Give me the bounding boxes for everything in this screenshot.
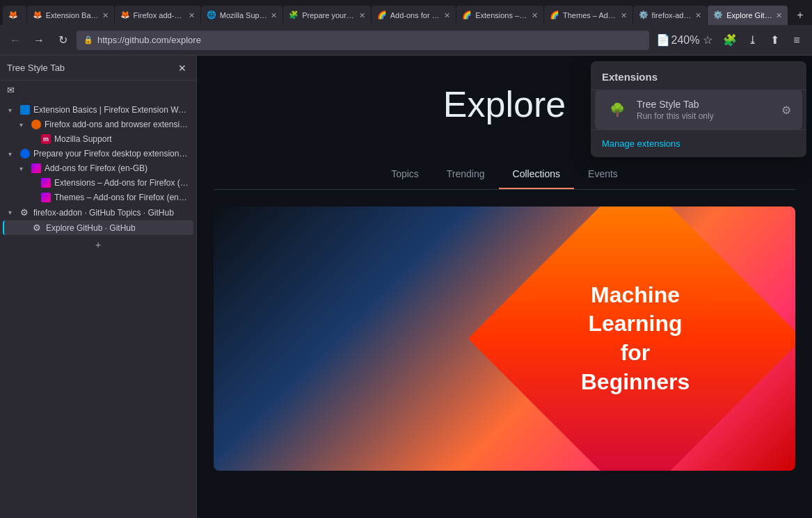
favicon-explore-github: ⚙ (33, 222, 42, 233)
favicon-addons-gb (31, 163, 41, 173)
sidebar-item-addons-gb[interactable]: ▾ Add-ons for Firefox (en-GB) (3, 161, 193, 175)
reader-view-button[interactable]: 📄 (653, 31, 673, 50)
tab-moz-favicon: 🌐 (207, 10, 216, 20)
address-bar[interactable]: 🔒 https://github.com/explore (77, 31, 649, 50)
tab-extgb-title: Extensions – A… (475, 11, 528, 19)
bookmark-icon: ☆ (703, 33, 713, 47)
share-icon: ⬆ (770, 33, 779, 47)
sidebar-item-label-mozilla: Mozilla Support (54, 134, 189, 144)
extension-icon: 🧩 (723, 33, 737, 47)
content-area: Tree Style Tab ✕ ✉ ▾ Extension Basics | … (0, 56, 812, 518)
favicon-firefox-addon-gh: ⚙ (20, 207, 30, 218)
tab-prepare[interactable]: 🧩 Prepare your F… ✕ (283, 6, 370, 25)
tab-bar: 🦊 🦊 Extension Basi… ✕ 🦊 Firefox add-on… … (0, 0, 812, 25)
toggle-icon-prepare: ▾ (8, 150, 17, 158)
refresh-button[interactable]: ↻ (53, 31, 72, 50)
menu-icon: ≡ (793, 34, 799, 47)
sidebar-item-prepare[interactable]: ▾ Prepare your Firefox desktop extension… (3, 147, 193, 161)
url-display: https://github.com/explore (97, 35, 201, 45)
tab-ext-favicon: 🦊 (33, 10, 42, 20)
tab-fxaddon-title: firefox-addon (652, 11, 692, 19)
sidebar-add-tab-button[interactable]: + (6, 236, 191, 253)
tab-themes-gb[interactable]: 🌈 Themes – Add-… ✕ (544, 6, 632, 25)
tab-explore-github[interactable]: ⚙️ Explore Github ✕ (708, 6, 788, 25)
tab-firefox-addons[interactable]: 🦊 Firefox add-on… ✕ (115, 6, 200, 25)
tab-ext-basics[interactable]: 🦊 Extension Basi… ✕ (27, 6, 114, 25)
toolbar: ← → ↻ 🔒 https://github.com/explore 📄 240… (0, 25, 812, 56)
share-button[interactable]: ⬆ (765, 31, 784, 50)
sidebar-item-firefox-addons[interactable]: ▾ Firefox add-ons and browser extensions (3, 118, 193, 131)
popup-item-tree-style-tab[interactable]: 🌳 Tree Style Tab Run for this visit only… (595, 90, 802, 129)
sidebar-item-label-explore-github: Explore GitHub · GitHub (46, 223, 176, 233)
tab-themesgb-close[interactable]: ✕ (621, 11, 627, 20)
tab-mozilla[interactable]: 🌐 Mozilla Support ✕ (201, 6, 282, 25)
sidebar-item-mozilla[interactable]: m Mozilla Support (3, 132, 193, 146)
sidebar-item-label-addons-gb: Add-ons for Firefox (en-GB) (45, 163, 189, 173)
menu-button[interactable]: ≡ (787, 31, 806, 50)
forward-button[interactable]: → (29, 31, 49, 50)
sidebar-inbox-area: ✉ (0, 81, 196, 99)
toggle-icon-ext-basics: ▾ (8, 106, 17, 114)
sidebar-item-label-firefox-addon-gh: firefox-addon · GitHub Topics · GitHub (33, 208, 189, 218)
tab-explore-close[interactable]: ✕ (776, 11, 782, 20)
popup-item-gear-tst[interactable]: ⚙ (781, 104, 791, 117)
sidebar-item-ext-basics[interactable]: ▾ Extension Basics | Firefox Extension W… (3, 103, 193, 117)
github-tab-topics[interactable]: Topics (377, 160, 433, 189)
sidebar-item-label-extensions-gb: Extensions – Add-ons for Firefox (en-GB) (54, 178, 189, 188)
tab-0-favicon: 🦊 (8, 10, 18, 20)
tab-fx-close[interactable]: ✕ (189, 11, 195, 20)
sidebar-title: Tree Style Tab (7, 63, 171, 73)
favicon-ext-basics (20, 105, 30, 115)
github-nav-tabs: Topics Trending Collections Events (214, 160, 795, 190)
save-button[interactable]: ⤓ (742, 31, 762, 50)
bookmark-button[interactable]: ☆ (698, 31, 717, 50)
popup-item-name-tst: Tree Style Tab (637, 99, 773, 110)
zoom-display: 240% (671, 34, 700, 47)
github-tab-events[interactable]: Events (574, 160, 632, 189)
manage-extensions-link[interactable]: Manage extensions (591, 129, 806, 157)
sidebar-item-themes-gb[interactable]: Themes – Add-ons for Firefox (en-GB) (3, 191, 193, 204)
favicon-prepare (20, 149, 30, 159)
sidebar-item-label-ext-basics: Extension Basics | Firefox Extension Wor… (33, 105, 189, 115)
favicon-firefox-addons (31, 120, 41, 129)
favicon-extensions-gb (41, 178, 51, 188)
tab-addons-title: Add-ons for Fi… (390, 11, 440, 19)
tab-explore-title: Explore Github (726, 11, 772, 19)
favicon-themes-gb (41, 193, 51, 202)
inbox-icon: ✉ (7, 85, 15, 95)
tab-moz-close[interactable]: ✕ (271, 11, 277, 20)
popup-item-info-tst: Tree Style Tab Run for this visit only (637, 99, 773, 121)
banner-text: Machine Learning for Beginners (581, 281, 690, 396)
tab-ext-title: Extension Basi… (46, 11, 99, 19)
github-tab-trending[interactable]: Trending (433, 160, 499, 189)
browser-frame: 🦊 🦊 Extension Basi… ✕ 🦊 Firefox add-on… … (0, 0, 812, 518)
sidebar-item-explore-github[interactable]: ⚙ Explore GitHub · GitHub ✕ (3, 220, 193, 235)
sidebar-header: Tree Style Tab ✕ (0, 56, 196, 81)
tab-addons[interactable]: 🌈 Add-ons for Fi… ✕ (372, 6, 456, 25)
tab-themesgb-title: Themes – Add-… (563, 11, 617, 19)
tree-style-tab-sidebar: Tree Style Tab ✕ ✉ ▾ Extension Basics | … (0, 56, 197, 518)
tab-prep-close[interactable]: ✕ (359, 11, 365, 20)
tab-extgb-close[interactable]: ✕ (532, 11, 538, 20)
tab-0[interactable]: 🦊 (3, 6, 26, 25)
toggle-icon-fxaddon: ▾ (8, 209, 17, 216)
tab-extensions-gb[interactable]: 🌈 Extensions – A… ✕ (456, 6, 543, 25)
tab-ext-close[interactable]: ✕ (102, 11, 109, 20)
sidebar-item-firefox-addon-gh[interactable]: ▾ ⚙ firefox-addon · GitHub Topics · GitH… (3, 205, 193, 220)
github-tab-collections[interactable]: Collections (499, 160, 574, 189)
toggle-icon-addons-gb: ▾ (19, 165, 28, 172)
popup-item-desc-tst: Run for this visit only (637, 111, 773, 121)
tab-prep-title: Prepare your F… (302, 11, 355, 19)
back-button[interactable]: ← (6, 31, 25, 50)
zoom-button[interactable]: 240% (676, 31, 695, 50)
tab-addons-close[interactable]: ✕ (444, 11, 450, 20)
sidebar-close-button[interactable]: ✕ (175, 61, 189, 75)
sidebar-tabs-list: ▾ Extension Basics | Firefox Extension W… (0, 99, 196, 518)
sidebar-item-extensions-gb[interactable]: Extensions – Add-ons for Firefox (en-GB) (3, 176, 193, 190)
tab-fxaddon-close[interactable]: ✕ (695, 11, 701, 20)
sidebar-item-label-prepare: Prepare your Firefox desktop extension f… (33, 149, 189, 159)
new-tab-button[interactable]: + (791, 6, 809, 25)
extension-button[interactable]: 🧩 (720, 31, 740, 50)
web-content: Explore Topics Trending Collections Even… (197, 56, 812, 518)
tab-firefox-addon-gh[interactable]: ⚙️ firefox-addon ✕ (633, 6, 708, 25)
